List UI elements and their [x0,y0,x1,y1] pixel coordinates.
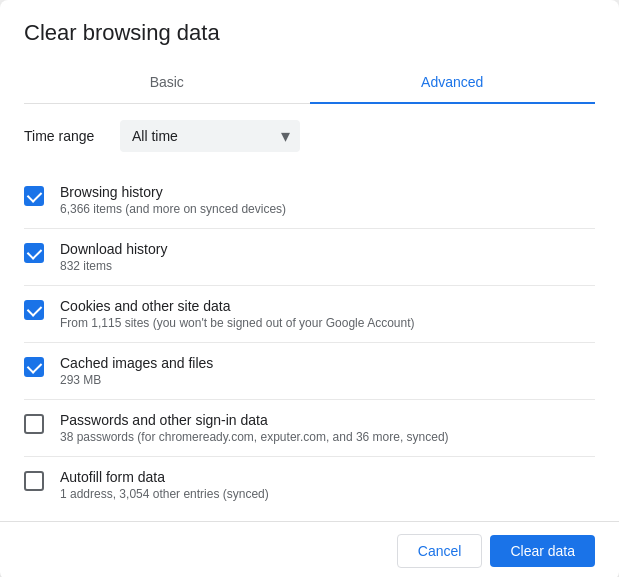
item-text-download-history: Download history832 items [60,241,167,273]
checkbox-wrapper-cookies [24,300,44,320]
checkbox-autofill[interactable] [24,471,44,491]
item-row-cached-images[interactable]: Cached images and files293 MB [24,343,595,399]
dialog-footer: Cancel Clear data [0,521,619,577]
checkbox-browsing-history[interactable] [24,186,44,206]
tab-advanced[interactable]: Advanced [310,62,596,104]
item-row-autofill[interactable]: Autofill form data1 address, 3,054 other… [24,457,595,513]
item-title-cookies: Cookies and other site data [60,298,415,314]
cancel-button[interactable]: Cancel [397,534,483,568]
item-title-autofill: Autofill form data [60,469,269,485]
item-subtitle-cookies: From 1,115 sites (you won't be signed ou… [60,316,415,330]
item-row-passwords[interactable]: Passwords and other sign-in data38 passw… [24,400,595,456]
item-text-passwords: Passwords and other sign-in data38 passw… [60,412,449,444]
dialog-header: Clear browsing data Basic Advanced [0,0,619,104]
time-range-label: Time range [24,128,104,144]
checkbox-wrapper-cached-images [24,357,44,377]
time-range-select[interactable]: Last hour Last 24 hours Last 7 days Last… [120,120,300,152]
item-text-cached-images: Cached images and files293 MB [60,355,213,387]
item-subtitle-browsing-history: 6,366 items (and more on synced devices) [60,202,286,216]
checkbox-download-history[interactable] [24,243,44,263]
item-row-browsing-history[interactable]: Browsing history6,366 items (and more on… [24,172,595,228]
clear-browsing-data-dialog: Clear browsing data Basic Advanced Time … [0,0,619,577]
tab-basic[interactable]: Basic [24,62,310,104]
time-range-select-wrapper[interactable]: Last hour Last 24 hours Last 7 days Last… [120,120,300,152]
item-row-download-history[interactable]: Download history832 items [24,229,595,285]
item-subtitle-passwords: 38 passwords (for chromeready.com, exput… [60,430,449,444]
item-row-cookies[interactable]: Cookies and other site dataFrom 1,115 si… [24,286,595,342]
tabs-container: Basic Advanced [24,62,595,104]
checkbox-wrapper-browsing-history [24,186,44,206]
checkbox-wrapper-passwords [24,414,44,434]
item-title-passwords: Passwords and other sign-in data [60,412,449,428]
item-subtitle-download-history: 832 items [60,259,167,273]
time-range-row: Time range Last hour Last 24 hours Last … [0,104,619,168]
checkbox-wrapper-autofill [24,471,44,491]
checkbox-wrapper-download-history [24,243,44,263]
items-list: Browsing history6,366 items (and more on… [0,168,619,521]
checkbox-passwords[interactable] [24,414,44,434]
item-text-cookies: Cookies and other site dataFrom 1,115 si… [60,298,415,330]
item-subtitle-autofill: 1 address, 3,054 other entries (synced) [60,487,269,501]
item-text-browsing-history: Browsing history6,366 items (and more on… [60,184,286,216]
dialog-title: Clear browsing data [24,20,595,46]
item-text-autofill: Autofill form data1 address, 3,054 other… [60,469,269,501]
item-title-cached-images: Cached images and files [60,355,213,371]
item-title-browsing-history: Browsing history [60,184,286,200]
item-title-download-history: Download history [60,241,167,257]
item-subtitle-cached-images: 293 MB [60,373,213,387]
clear-data-button[interactable]: Clear data [490,535,595,567]
checkbox-cached-images[interactable] [24,357,44,377]
checkbox-cookies[interactable] [24,300,44,320]
